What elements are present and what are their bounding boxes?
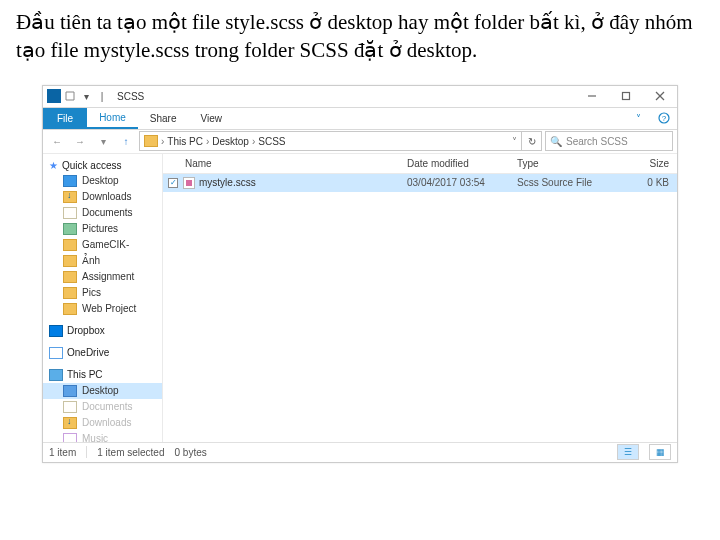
sidebar-item-documents[interactable]: Documents bbox=[43, 205, 162, 221]
onedrive-icon bbox=[49, 347, 63, 359]
status-bar: 1 item 1 item selected 0 bytes ☰ ▦ bbox=[43, 442, 677, 462]
minimize-button[interactable] bbox=[575, 85, 609, 107]
address-folder-icon bbox=[144, 135, 158, 147]
svg-text:?: ? bbox=[662, 114, 667, 123]
sidebar-this-pc[interactable]: This PC bbox=[43, 367, 162, 383]
ribbon-collapse-icon[interactable]: ˅ bbox=[625, 108, 651, 129]
column-name[interactable]: Name bbox=[183, 158, 407, 169]
file-row[interactable]: ✓ mystyle.scss 03/04/2017 03:54 Scss Sou… bbox=[163, 174, 677, 192]
chevron-right-icon: › bbox=[252, 136, 255, 147]
address-dropdown-icon[interactable]: ˅ bbox=[512, 136, 517, 147]
titlebar-separator: | bbox=[95, 89, 109, 103]
address-bar[interactable]: › This PC › Desktop › SCSS ˅ bbox=[139, 131, 522, 151]
file-name: mystyle.scss bbox=[199, 177, 256, 188]
column-headers[interactable]: Name Date modified Type Size bbox=[163, 154, 677, 174]
sidebar-item-folder[interactable]: GameCIK- bbox=[43, 237, 162, 253]
nav-recent-dropdown[interactable]: ▾ bbox=[93, 131, 113, 151]
help-icon[interactable]: ? bbox=[651, 108, 677, 129]
column-type[interactable]: Type bbox=[517, 158, 617, 169]
dropbox-icon bbox=[49, 325, 63, 337]
sidebar-item-folder[interactable]: Pics bbox=[43, 285, 162, 301]
sidebar-item-folder[interactable]: Ảnh bbox=[43, 253, 162, 269]
star-icon: ★ bbox=[49, 160, 58, 171]
tab-share[interactable]: Share bbox=[138, 108, 189, 129]
view-large-icons-button[interactable]: ▦ bbox=[649, 444, 671, 460]
sidebar-item-folder[interactable]: Web Project bbox=[43, 301, 162, 317]
this-pc-icon bbox=[49, 369, 63, 381]
search-placeholder: Search SCSS bbox=[566, 136, 628, 147]
status-bytes: 0 bytes bbox=[175, 447, 207, 458]
sidebar-item-folder[interactable]: Assignment bbox=[43, 269, 162, 285]
explorer-body: ★Quick access Desktop Downloads Document… bbox=[43, 154, 677, 442]
search-icon: 🔍 bbox=[550, 136, 562, 147]
status-selected: 1 item selected bbox=[97, 447, 164, 458]
sidebar-item-documents-pc[interactable]: Documents bbox=[43, 399, 162, 415]
quick-access-pin-icon[interactable] bbox=[63, 89, 77, 103]
file-list-pane: Name Date modified Type Size ✓ mystyle.s… bbox=[163, 154, 677, 442]
file-explorer-window: ▾ | SCSS File Home Share View ˅ ? ← → ▾ … bbox=[42, 85, 678, 463]
breadcrumb-segment[interactable]: Desktop bbox=[212, 136, 249, 147]
chevron-right-icon: › bbox=[206, 136, 209, 147]
status-item-count: 1 item bbox=[49, 447, 76, 458]
nav-back-button[interactable]: ← bbox=[47, 131, 67, 151]
sidebar-item-downloads[interactable]: Downloads bbox=[43, 189, 162, 205]
search-input[interactable]: 🔍 Search SCSS bbox=[545, 131, 673, 151]
sidebar-quick-access[interactable]: ★Quick access bbox=[43, 158, 162, 173]
maximize-button[interactable] bbox=[609, 85, 643, 107]
file-checkbox[interactable]: ✓ bbox=[163, 178, 183, 188]
refresh-button[interactable]: ↻ bbox=[522, 131, 542, 151]
file-date: 03/04/2017 03:54 bbox=[407, 177, 517, 188]
breadcrumb-segment[interactable]: SCSS bbox=[258, 136, 285, 147]
window-title: SCSS bbox=[117, 91, 144, 102]
svg-rect-1 bbox=[623, 93, 630, 100]
document-body-text: Đầu tiên ta tạo một file style.scss ở de… bbox=[0, 0, 720, 77]
navigation-pane[interactable]: ★Quick access Desktop Downloads Document… bbox=[43, 154, 163, 442]
tab-view[interactable]: View bbox=[189, 108, 235, 129]
tab-home[interactable]: Home bbox=[87, 108, 138, 129]
sidebar-item-desktop[interactable]: Desktop bbox=[43, 173, 162, 189]
column-date[interactable]: Date modified bbox=[407, 158, 517, 169]
nav-forward-button[interactable]: → bbox=[70, 131, 90, 151]
breadcrumb-segment[interactable]: This PC bbox=[167, 136, 203, 147]
column-size[interactable]: Size bbox=[617, 158, 677, 169]
quick-access-dropdown-icon[interactable]: ▾ bbox=[79, 89, 93, 103]
chevron-right-icon: › bbox=[161, 136, 164, 147]
file-size: 0 KB bbox=[617, 177, 677, 188]
app-folder-icon bbox=[47, 89, 61, 103]
sidebar-item-pictures[interactable]: Pictures bbox=[43, 221, 162, 237]
sidebar-onedrive[interactable]: OneDrive bbox=[43, 345, 162, 361]
file-tab[interactable]: File bbox=[43, 108, 87, 129]
scss-file-icon bbox=[183, 177, 195, 189]
sidebar-item-music-pc[interactable]: Music bbox=[43, 431, 162, 442]
file-type: Scss Source File bbox=[517, 177, 617, 188]
close-button[interactable] bbox=[643, 85, 677, 107]
titlebar: ▾ | SCSS bbox=[43, 86, 677, 108]
sidebar-item-downloads-pc[interactable]: Downloads bbox=[43, 415, 162, 431]
sidebar-dropbox[interactable]: Dropbox bbox=[43, 323, 162, 339]
address-search-row: ← → ▾ ↑ › This PC › Desktop › SCSS ˅ ↻ 🔍… bbox=[43, 130, 677, 154]
nav-up-button[interactable]: ↑ bbox=[116, 131, 136, 151]
view-details-button[interactable]: ☰ bbox=[617, 444, 639, 460]
ribbon-tabs: File Home Share View ˅ ? bbox=[43, 108, 677, 130]
sidebar-item-desktop-pc[interactable]: Desktop bbox=[43, 383, 162, 399]
